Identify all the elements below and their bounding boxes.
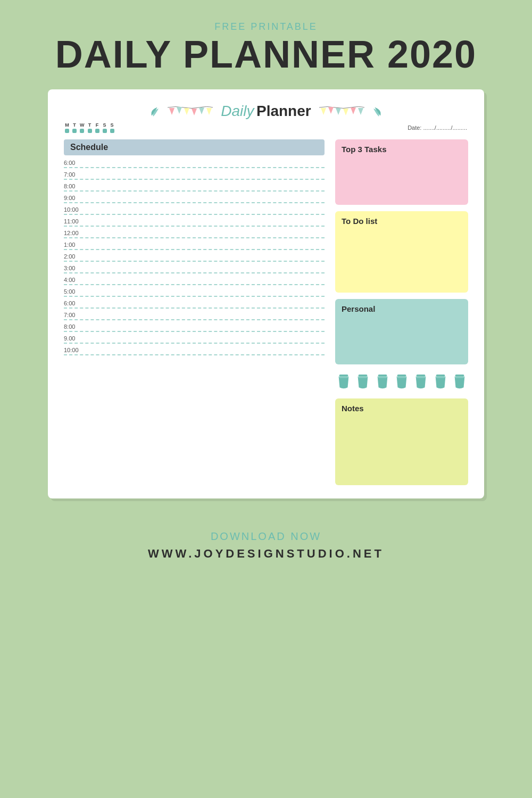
card-title-planner: Planner: [256, 103, 311, 120]
water-cup-2-icon: [355, 373, 370, 389]
time-slot-17: 10:00: [64, 347, 325, 355]
svg-marker-1: [169, 108, 174, 115]
download-label[interactable]: DOWNLOAD NOW: [148, 530, 384, 543]
days-labels: M T W T F: [65, 122, 114, 133]
personal-content[interactable]: [342, 317, 462, 359]
dashed-line: [64, 354, 325, 355]
todo-content[interactable]: [342, 229, 462, 287]
time-slot-7: 12:00: [64, 230, 325, 238]
footer: DOWNLOAD NOW WWW.JOYDESIGNSTUDIO.NET: [148, 530, 384, 561]
svg-rect-27: [455, 377, 465, 378]
dashed-line: [64, 319, 325, 320]
time-slot-12: 5:00: [64, 288, 325, 297]
svg-rect-21: [397, 377, 407, 378]
svg-marker-2: [177, 107, 182, 114]
page-wrapper: FREE PRINTABLE DAILY PLANNER 2020: [11, 21, 521, 561]
svg-rect-16: [359, 375, 368, 377]
planner-body: Schedule 6:00 7:00 8:00 9:00: [64, 139, 468, 485]
notes-label: Notes: [342, 404, 462, 413]
day-dot-f: [95, 129, 99, 133]
water-cup-3-icon: [375, 373, 390, 389]
dashed-line: [64, 284, 325, 285]
top3-content[interactable]: [342, 157, 462, 200]
time-slot-2: 7:00: [64, 171, 325, 180]
time-slot-15: 8:00: [64, 323, 325, 332]
top3-label: Top 3 Tasks: [342, 145, 462, 154]
schedule-header: Schedule: [64, 139, 325, 155]
time-slot-5: 10:00: [64, 206, 325, 215]
svg-marker-10: [343, 109, 348, 115]
svg-rect-22: [417, 375, 426, 377]
leaf-right-icon: [367, 105, 383, 118]
time-slot-3: 8:00: [64, 183, 325, 192]
time-slot-10: 3:00: [64, 265, 325, 273]
notes-section: Notes: [335, 398, 468, 485]
dashed-line: [64, 202, 325, 203]
svg-rect-25: [435, 377, 445, 378]
page-title: DAILY PLANNER 2020: [55, 35, 477, 73]
svg-rect-19: [377, 377, 387, 378]
dashed-line: [64, 226, 325, 227]
svg-marker-7: [321, 108, 326, 115]
todo-section: To Do list: [335, 211, 468, 293]
svg-rect-24: [436, 375, 445, 377]
day-s1: S: [103, 122, 107, 133]
svg-rect-18: [378, 375, 387, 377]
dashed-line: [64, 237, 325, 238]
time-slot-9: 2:00: [64, 253, 325, 262]
svg-marker-9: [336, 108, 341, 115]
date-field: Date: ......./........./.........: [408, 124, 467, 131]
day-dot-s1: [103, 129, 107, 133]
dashed-line: [64, 261, 325, 262]
dashed-line: [64, 179, 325, 180]
svg-marker-11: [351, 107, 356, 114]
time-slot-1: 6:00: [64, 160, 325, 168]
dashed-line: [64, 307, 325, 309]
flags-right-icon: [319, 103, 367, 119]
svg-rect-23: [416, 377, 426, 378]
time-slot-16: 9.00: [64, 335, 325, 344]
time-slot-11: 4:00: [64, 277, 325, 285]
day-w: W: [80, 122, 85, 133]
website-url: WWW.JOYDESIGNSTUDIO.NET: [148, 547, 384, 561]
time-slot-13: 6:00: [64, 300, 325, 309]
svg-marker-12: [358, 108, 363, 115]
day-s2: S: [110, 122, 114, 133]
notes-content[interactable]: [342, 416, 462, 480]
water-cup-5-icon: [413, 373, 428, 389]
day-dot-t2: [88, 129, 92, 133]
top3-tasks-section: Top 3 Tasks: [335, 139, 468, 205]
dashed-line: [64, 343, 325, 344]
card-header: Daily Planner: [64, 103, 468, 120]
personal-label: Personal: [342, 304, 462, 313]
day-dot-w: [80, 129, 84, 133]
dashed-line: [64, 296, 325, 297]
time-slot-14: 7:00: [64, 312, 325, 320]
water-cup-7-icon: [452, 373, 467, 389]
time-slot-6: 11:00: [64, 218, 325, 227]
days-row: M T W T F: [64, 122, 468, 133]
day-dot-s2: [110, 129, 114, 133]
water-tracker: [335, 371, 468, 392]
dashed-line: [64, 167, 325, 168]
todo-label: To Do list: [342, 217, 462, 226]
svg-marker-4: [192, 109, 197, 115]
svg-marker-5: [199, 107, 204, 114]
svg-rect-17: [358, 377, 368, 378]
day-m: M: [65, 122, 69, 133]
banner-right: [319, 103, 383, 119]
dashed-line: [64, 331, 325, 332]
card-title: Daily Planner: [221, 103, 311, 120]
svg-rect-15: [339, 377, 349, 378]
dashed-line: [64, 272, 325, 273]
day-dot-m: [65, 129, 69, 133]
water-cup-6-icon: [433, 373, 448, 389]
free-printable-label: FREE PRINTABLE: [55, 21, 477, 32]
svg-marker-6: [206, 108, 212, 115]
leaf-left-icon: [149, 105, 165, 118]
water-cup-4-icon: [394, 373, 409, 389]
day-f: F: [95, 122, 99, 133]
dashed-line: [64, 249, 325, 250]
time-slot-8: 1:00: [64, 242, 325, 250]
svg-marker-3: [184, 108, 189, 115]
